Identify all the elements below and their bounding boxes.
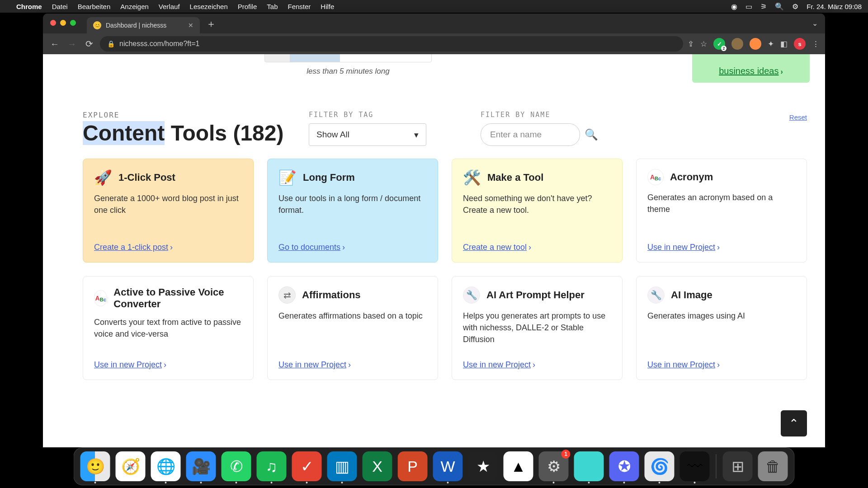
search-icon[interactable]: 🔍 bbox=[585, 128, 598, 141]
dock-powerpoint[interactable]: P bbox=[398, 451, 428, 481]
menu-anzeigen[interactable]: Anzeigen bbox=[120, 3, 149, 10]
window-controls bbox=[50, 20, 76, 26]
chrome-menu-icon[interactable]: ⋮ bbox=[812, 39, 820, 49]
battery-icon[interactable]: ▭ bbox=[745, 2, 752, 11]
new-tab-button[interactable]: ＋ bbox=[206, 17, 216, 31]
dock-todoist[interactable]: ✓ bbox=[292, 451, 322, 481]
filter-tag-select[interactable]: Show All ▾ bbox=[309, 123, 426, 146]
tabs-dropdown-icon[interactable]: ⌄ bbox=[812, 19, 818, 28]
bookmark-star-icon[interactable]: ☆ bbox=[700, 39, 707, 49]
card-desc: Helps you generates art prompts to use w… bbox=[463, 310, 611, 345]
card-desc: Generates affirmations based on a topic bbox=[278, 310, 427, 322]
maximize-window-button[interactable] bbox=[70, 20, 76, 26]
card-link[interactable]: Use in new Project› bbox=[278, 360, 427, 370]
dock-launchpad[interactable]: ⊞ bbox=[723, 451, 753, 481]
extension-brown-icon[interactable] bbox=[731, 38, 743, 50]
macos-dock: 🙂 🧭 🌐 🎥 ✆ ♫ ✓ ▥ X P W ★ ▲ ⚙1 ✪ 🌀 〰 ⊞ 🗑 bbox=[74, 447, 795, 485]
extension-orange-icon[interactable] bbox=[750, 38, 761, 50]
menubar-app-name[interactable]: Chrome bbox=[16, 3, 42, 10]
filter-row: EXPLORE Content Tools (182) FILTER BY TA… bbox=[43, 106, 825, 146]
menu-tab[interactable]: Tab bbox=[267, 3, 278, 10]
dock-discord[interactable]: ✪ bbox=[609, 451, 639, 481]
menu-datei[interactable]: Datei bbox=[52, 3, 68, 10]
menubar-clock[interactable]: Fr. 24. März 09:08 bbox=[807, 3, 862, 10]
wifi-icon[interactable]: ⚞ bbox=[760, 2, 767, 11]
card-desc: Use our tools in a long form / document … bbox=[278, 192, 427, 216]
dock-drive[interactable]: ▲ bbox=[504, 451, 533, 481]
close-tab-button[interactable]: ✕ bbox=[188, 22, 193, 29]
minimize-window-button[interactable] bbox=[60, 20, 66, 26]
profile-avatar[interactable]: s bbox=[794, 38, 806, 50]
card-ai-art[interactable]: 🔧 AI Art Prompt Helper Helps you generat… bbox=[452, 276, 623, 380]
business-ideas-link[interactable]: business ideas bbox=[719, 66, 778, 76]
dock-browser2[interactable]: 🌀 bbox=[645, 451, 675, 481]
tools-icon: 🛠️ bbox=[463, 169, 481, 186]
card-link[interactable]: Use in new Project› bbox=[647, 360, 796, 370]
card-ai-image[interactable]: 🔧 AI Image Generates images using AI Use… bbox=[636, 276, 807, 380]
dock-imovie[interactable]: ★ bbox=[468, 451, 498, 481]
favicon-icon: 😊 bbox=[93, 21, 101, 29]
menu-hilfe[interactable]: Hilfe bbox=[321, 3, 334, 10]
address-bar: ← → ⟳ 🔒 nichesss.com/home?ft=1 ⇪ ☆ ✓ ✦ ◧… bbox=[43, 33, 825, 54]
control-center-icon[interactable]: ⚙ bbox=[792, 2, 798, 11]
spotlight-icon[interactable]: 🔍 bbox=[775, 2, 784, 11]
chevron-right-icon: › bbox=[164, 360, 166, 370]
filter-tag-label: FILTER BY TAG bbox=[309, 111, 462, 119]
reset-link[interactable]: Reset bbox=[789, 113, 807, 121]
chevron-right-icon: › bbox=[717, 243, 720, 252]
back-button[interactable]: ← bbox=[48, 39, 61, 49]
card-desc: Generates images using AI bbox=[647, 310, 796, 322]
share-icon[interactable]: ⇪ bbox=[688, 39, 694, 49]
dock-whatsapp[interactable]: ✆ bbox=[222, 451, 251, 481]
menu-lesezeichen[interactable]: Lesezeichen bbox=[190, 3, 228, 10]
dock-word[interactable]: W bbox=[433, 451, 463, 481]
dock-spotify[interactable]: ♫ bbox=[257, 451, 287, 481]
card-link[interactable]: Create a 1-click post› bbox=[94, 243, 242, 252]
card-oneclick[interactable]: 🚀 1-Click Post Generate a 1000+ word blo… bbox=[83, 159, 254, 263]
dock-zoom[interactable]: 🎥 bbox=[186, 451, 216, 481]
reload-button[interactable]: ⟳ bbox=[83, 38, 95, 49]
dock-chrome[interactable]: 🌐 bbox=[151, 451, 181, 481]
dock-audio[interactable]: 〰 bbox=[680, 451, 710, 481]
dock-settings[interactable]: ⚙1 bbox=[539, 451, 569, 481]
chevron-right-icon: › bbox=[533, 360, 535, 370]
dock-safari[interactable]: 🧭 bbox=[116, 451, 146, 481]
extensions-puzzle-icon[interactable]: ✦ bbox=[768, 39, 774, 49]
dock-finder[interactable]: 🙂 bbox=[80, 451, 110, 481]
scroll-top-button[interactable]: ⌃ bbox=[781, 410, 807, 436]
browser-tab[interactable]: 😊 Dashboard | nichesss ✕ bbox=[87, 17, 200, 33]
menu-verlauf[interactable]: Verlauf bbox=[159, 3, 180, 10]
memo-icon: 📝 bbox=[278, 169, 297, 186]
rocket-icon: 🚀 bbox=[94, 169, 112, 186]
forward-button[interactable]: → bbox=[66, 39, 78, 49]
menu-profile[interactable]: Profile bbox=[238, 3, 257, 10]
video-thumbnail[interactable] bbox=[264, 54, 432, 62]
menu-fenster[interactable]: Fenster bbox=[288, 3, 311, 10]
card-desc: Need something we don't have yet? Create… bbox=[463, 192, 611, 216]
menu-bearbeiten[interactable]: Bearbeiten bbox=[78, 3, 111, 10]
card-link[interactable]: Use in new Project› bbox=[647, 243, 796, 252]
card-acronym[interactable]: ABc Acronym Generates an acronym based o… bbox=[636, 159, 807, 263]
sidepanel-icon[interactable]: ◧ bbox=[780, 39, 788, 49]
extension-green-icon[interactable]: ✓ bbox=[713, 38, 725, 50]
business-ideas-card[interactable]: business ideas› bbox=[692, 54, 810, 83]
card-link[interactable]: Create a new tool› bbox=[463, 243, 611, 252]
dock-trash[interactable]: 🗑 bbox=[758, 451, 788, 481]
card-affirmations[interactable]: ⇄ Affirmations Generates affirmations ba… bbox=[267, 276, 438, 380]
url-field[interactable]: 🔒 nichesss.com/home?ft=1 bbox=[100, 36, 683, 52]
dock-trello[interactable]: ▥ bbox=[327, 451, 357, 481]
search-input[interactable] bbox=[481, 123, 580, 146]
chevron-right-icon: › bbox=[717, 360, 720, 370]
dock-excel[interactable]: X bbox=[363, 451, 392, 481]
page-viewport: less than 5 minutes long business ideas›… bbox=[43, 54, 825, 447]
card-link[interactable]: Go to documents› bbox=[278, 243, 427, 252]
card-link[interactable]: Use in new Project› bbox=[463, 360, 611, 370]
record-icon[interactable]: ◉ bbox=[731, 2, 737, 11]
close-window-button[interactable] bbox=[50, 20, 56, 26]
card-link[interactable]: Use in new Project› bbox=[94, 360, 242, 370]
title-rest: Tools (182) bbox=[165, 121, 283, 145]
dock-app-cyan[interactable] bbox=[574, 451, 604, 481]
card-active-passive[interactable]: ABc Active to Passive Voice Converter Co… bbox=[83, 276, 254, 380]
card-makeatool[interactable]: 🛠️ Make a Tool Need something we don't h… bbox=[452, 159, 623, 263]
card-longform[interactable]: 📝 Long Form Use our tools in a long form… bbox=[267, 159, 438, 263]
